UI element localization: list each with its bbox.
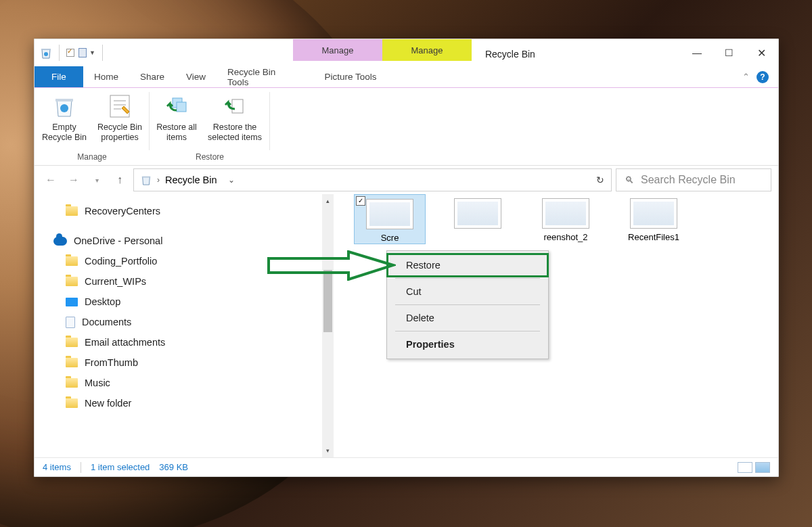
nav-item-newfolder[interactable]: New folder: [51, 393, 322, 413]
thumbnails-view-button[interactable]: [755, 462, 770, 473]
qat-doc-icon[interactable]: [78, 48, 87, 58]
context-menu-delete[interactable]: Delete: [387, 306, 548, 329]
context-tab-manage[interactable]: Manage: [293, 39, 382, 61]
nav-item-desktop[interactable]: Desktop: [51, 292, 322, 312]
svg-rect-7: [177, 102, 186, 112]
restore-all-items-button[interactable]: Restore all items: [155, 90, 198, 143]
navigation-pane[interactable]: RecoveryCenters OneDrive - Personal Codi…: [35, 194, 322, 457]
tab-view[interactable]: View: [175, 66, 217, 87]
tab-home[interactable]: Home: [83, 66, 129, 87]
contextual-tab-headers: Manage Manage: [293, 39, 472, 66]
file-thumbnail: [542, 198, 589, 229]
minimize-button[interactable]: —: [681, 39, 713, 66]
status-bar: 4 items 1 item selected 369 KB: [35, 457, 778, 476]
context-menu-cut[interactable]: Cut: [387, 280, 548, 303]
nav-item-documents[interactable]: Documents: [51, 312, 322, 332]
help-icon[interactable]: ?: [757, 71, 769, 83]
folder-icon: [66, 338, 78, 347]
chevron-right-icon[interactable]: ›: [157, 175, 160, 185]
qat-properties-icon[interactable]: [66, 49, 74, 57]
ribbon: Empty Recycle Bin Recycle Bin properties…: [35, 88, 778, 166]
nav-item-recoverycenters[interactable]: RecoveryCenters: [51, 201, 322, 221]
search-icon: 🔍︎: [625, 175, 634, 185]
titlebar: ▼ Manage Manage Recycle Bin — ☐ ✕: [35, 39, 778, 66]
recycle-bin-properties-button[interactable]: Recycle Bin properties: [95, 90, 144, 143]
refresh-button[interactable]: ↻: [596, 175, 604, 185]
svg-point-0: [44, 52, 48, 56]
breadcrumb-location[interactable]: Recycle Bin: [165, 175, 217, 185]
checkbox-icon[interactable]: ✓: [356, 196, 365, 206]
window-controls: — ☐ ✕: [681, 39, 778, 66]
tab-share[interactable]: Share: [129, 66, 175, 87]
scroll-down-icon[interactable]: ▾: [322, 444, 334, 457]
folder-icon: [66, 256, 78, 266]
nav-recent-dropdown[interactable]: ▾: [87, 170, 106, 189]
scroll-up-icon[interactable]: ▴: [322, 194, 334, 208]
context-menu-properties[interactable]: Properties: [387, 333, 548, 356]
address-bar[interactable]: › Recycle Bin ⌄ ↻: [133, 168, 612, 191]
annotation-arrow-icon: [267, 250, 396, 281]
status-item-count: 4 items: [43, 462, 71, 472]
close-button[interactable]: ✕: [746, 39, 778, 66]
qat-dropdown-icon[interactable]: ▼: [89, 49, 95, 56]
nav-item-thumb[interactable]: FromThumb: [51, 352, 322, 373]
tab-recycle-bin-tools[interactable]: Recycle Bin Tools: [217, 66, 306, 87]
nav-item-music[interactable]: Music: [51, 373, 322, 393]
tab-picture-tools[interactable]: Picture Tools: [306, 66, 395, 87]
ribbon-tab-strip: File Home Share View Recycle Bin Tools P…: [35, 66, 778, 88]
folder-icon: [66, 378, 78, 388]
view-switcher: [738, 462, 770, 473]
details-view-button[interactable]: [738, 462, 752, 473]
svg-rect-2: [110, 95, 129, 117]
file-item[interactable]: RecentFiles1: [618, 194, 690, 243]
file-thumbnail: [366, 199, 413, 229]
context-menu: Restore Cut Delete Properties: [386, 250, 549, 359]
desktop-icon: [66, 298, 78, 306]
address-row: ← → ▾ ↑ › Recycle Bin ⌄ ↻ 🔍︎ Search Recy…: [35, 166, 778, 194]
empty-recycle-bin-button[interactable]: Empty Recycle Bin: [40, 90, 89, 143]
recycle-bin-icon: [40, 46, 52, 60]
document-icon: [66, 317, 75, 328]
address-dropdown-icon[interactable]: ⌄: [228, 175, 235, 185]
nav-forward-button[interactable]: →: [64, 170, 83, 189]
folder-icon: [66, 398, 78, 408]
nav-item-onedrive[interactable]: OneDrive - Personal: [51, 231, 322, 251]
status-size: 369 KB: [159, 462, 188, 472]
context-menu-restore[interactable]: Restore: [387, 254, 548, 277]
ribbon-group-restore: Restore: [196, 150, 224, 164]
file-item-selected[interactable]: ✓ Scre: [354, 194, 426, 244]
file-item[interactable]: [442, 194, 514, 229]
file-item[interactable]: reenshot_2: [530, 194, 602, 243]
nav-scrollbar[interactable]: ▴ ▾: [322, 194, 334, 457]
nav-up-button[interactable]: ↑: [110, 170, 129, 189]
quick-access-toolbar: ▼: [35, 39, 111, 66]
maximize-button[interactable]: ☐: [713, 39, 746, 66]
folder-icon: [66, 206, 78, 216]
tab-file[interactable]: File: [35, 66, 83, 87]
nav-item-email[interactable]: Email attachments: [51, 332, 322, 352]
onedrive-icon: [53, 237, 67, 246]
window-title: Recycle Bin: [472, 39, 634, 66]
svg-rect-8: [232, 99, 243, 113]
collapse-ribbon-icon[interactable]: ⌃: [742, 72, 750, 82]
address-bin-icon: [141, 174, 152, 186]
context-tab-manage2[interactable]: Manage: [382, 39, 472, 61]
status-selected: 1 item selected: [91, 462, 150, 472]
search-box[interactable]: 🔍︎ Search Recycle Bin: [616, 168, 771, 191]
search-placeholder: Search Recycle Bin: [641, 174, 736, 186]
nav-back-button[interactable]: ←: [41, 170, 60, 189]
file-thumbnail: [630, 198, 677, 229]
ribbon-group-manage: Manage: [77, 150, 106, 164]
restore-selected-items-button[interactable]: Restore the selected items: [205, 90, 265, 143]
svg-point-1: [60, 104, 68, 112]
folder-icon: [66, 358, 78, 367]
file-thumbnail: [454, 198, 501, 229]
folder-icon: [66, 277, 78, 286]
